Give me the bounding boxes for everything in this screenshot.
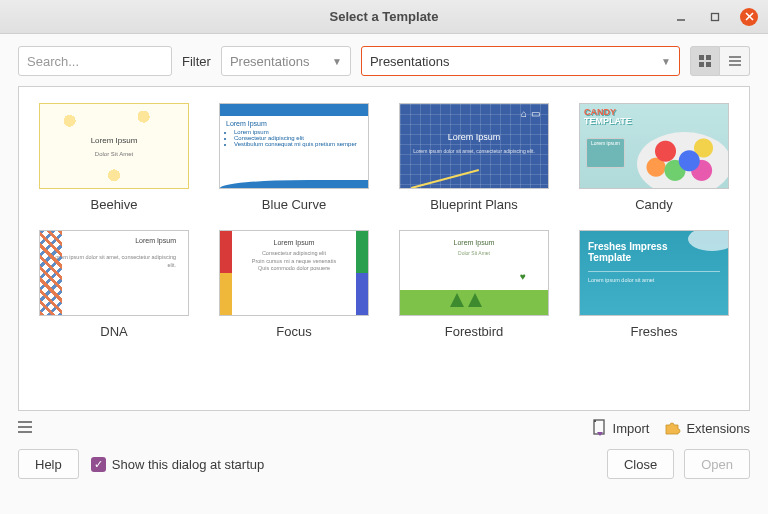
svg-rect-8: [729, 56, 741, 58]
import-icon: [592, 419, 608, 437]
menu-button[interactable]: [18, 419, 38, 437]
template-name: Blueprint Plans: [430, 197, 517, 212]
svg-rect-6: [699, 62, 704, 67]
filter-label: Filter: [182, 54, 211, 69]
window-controls: [672, 8, 758, 26]
hamburger-icon: [18, 421, 32, 433]
template-name: DNA: [100, 324, 127, 339]
thumb-title: Lorem Ipsum: [400, 239, 548, 246]
bird-icon: ♥: [520, 271, 526, 282]
template-card-freshes[interactable]: Freshes Impress Template Lorem ipsum dol…: [571, 230, 737, 339]
cloud-icon: [688, 230, 729, 251]
template-card-candy[interactable]: CANDYTEMPLATE Lorem ipsum Candy: [571, 103, 737, 212]
svg-rect-7: [706, 62, 711, 67]
thumb-title: CANDYTEMPLATE: [584, 108, 632, 126]
template-name: Candy: [635, 197, 673, 212]
import-label: Import: [613, 421, 650, 436]
search-input[interactable]: [18, 46, 172, 76]
thumb-title: Lorem Ipsum: [400, 132, 548, 142]
thumb-title: Lorem Ipsum: [91, 136, 138, 145]
template-thumb: ⌂▭ Lorem Ipsum Lorem ipsum dolor sit ame…: [399, 103, 549, 189]
view-toggle: [690, 46, 750, 76]
open-button[interactable]: Open: [684, 449, 750, 479]
template-card-blueprint[interactable]: ⌂▭ Lorem Ipsum Lorem ipsum dolor sit ame…: [391, 103, 557, 212]
import-button[interactable]: Import: [592, 419, 650, 437]
grid-icon: [698, 54, 712, 68]
thumb-sub: Consectetur adipiscing elit Proin cursus…: [220, 250, 368, 273]
thumb-sub: Dolor Sit Amet: [400, 250, 548, 256]
template-name: Forestbird: [445, 324, 504, 339]
template-name: Beehive: [91, 197, 138, 212]
tree-icon: [450, 293, 464, 307]
thumb-title: Lorem Ipsum: [226, 120, 362, 127]
list-view-button[interactable]: [720, 46, 750, 76]
template-card-forestbird[interactable]: Lorem Ipsum Dolor Sit Amet ♥ Forestbird: [391, 230, 557, 339]
category-combo[interactable]: Presentations ▼: [361, 46, 680, 76]
template-grid: Lorem Ipsum Dolor Sit Amet Beehive Lorem…: [31, 103, 737, 339]
svg-rect-4: [699, 55, 704, 60]
dna-icon: [40, 231, 62, 315]
template-thumb: Lorem Ipsum Lorem ipsum dolor sit amet, …: [39, 230, 189, 316]
template-panel[interactable]: Lorem Ipsum Dolor Sit Amet Beehive Lorem…: [18, 86, 750, 411]
template-thumb: Lorem Ipsum Dolor Sit Amet: [39, 103, 189, 189]
bottom-bar: Help ✓ Show this dialog at startup Close…: [0, 437, 768, 491]
startup-checkbox[interactable]: ✓ Show this dialog at startup: [91, 457, 264, 472]
close-button[interactable]: Close: [607, 449, 674, 479]
maximize-button[interactable]: [706, 8, 724, 26]
close-window-button[interactable]: [740, 8, 758, 26]
template-name: Blue Curve: [262, 197, 326, 212]
action-bar: Import Extensions: [0, 417, 768, 437]
help-button[interactable]: Help: [18, 449, 79, 479]
pencil-icon: [411, 169, 479, 189]
svg-rect-14: [594, 420, 604, 434]
ruler-icon: ▭: [531, 108, 540, 119]
svg-rect-5: [706, 55, 711, 60]
template-card-blue-curve[interactable]: Lorem Ipsum Lorem ipsum Consectetur adip…: [211, 103, 377, 212]
titlebar: Select a Template: [0, 0, 768, 34]
svg-rect-1: [712, 13, 719, 20]
minimize-button[interactable]: [672, 8, 690, 26]
template-name: Freshes: [631, 324, 678, 339]
template-dialog: Select a Template Filter Presentations ▼…: [0, 0, 768, 514]
candy-icon: [637, 132, 729, 189]
category-combo-value: Presentations: [370, 54, 450, 69]
chevron-down-icon: ▼: [332, 56, 342, 67]
extensions-button[interactable]: Extensions: [663, 419, 750, 437]
filter-combo-value: Presentations: [230, 54, 310, 69]
filter-combo[interactable]: Presentations ▼: [221, 46, 351, 76]
thumb-bullet: Vestibulum consequat mi quis pretium sem…: [234, 141, 362, 147]
tree-icon: [468, 293, 482, 307]
puzzle-icon: [663, 419, 681, 437]
extensions-label: Extensions: [686, 421, 750, 436]
thumb-sub: Lorem ipsum dolor sit amet, consectetur …: [400, 148, 548, 154]
template-card-focus[interactable]: Lorem Ipsum Consectetur adipiscing elit …: [211, 230, 377, 339]
template-thumb: CANDYTEMPLATE Lorem ipsum: [579, 103, 729, 189]
toolbar: Filter Presentations ▼ Presentations ▼: [0, 34, 768, 86]
thumb-sub: Lorem ipsum dolor sit amet: [588, 277, 654, 283]
template-thumb: Lorem Ipsum Consectetur adipiscing elit …: [219, 230, 369, 316]
chevron-down-icon: ▼: [661, 56, 671, 67]
thumb-sub: Dolor Sit Amet: [91, 151, 138, 157]
thumb-title: Freshes Impress Template: [588, 241, 668, 263]
thumb-title: Lorem Ipsum: [220, 239, 368, 246]
checkbox-checked-icon: ✓: [91, 457, 106, 472]
thumb-title: Lorem Ipsum: [48, 237, 176, 244]
grid-view-button[interactable]: [690, 46, 720, 76]
template-card-beehive[interactable]: Lorem Ipsum Dolor Sit Amet Beehive: [31, 103, 197, 212]
template-card-dna[interactable]: Lorem Ipsum Lorem ipsum dolor sit amet, …: [31, 230, 197, 339]
svg-rect-10: [729, 64, 741, 66]
template-thumb: Lorem Ipsum Lorem ipsum Consectetur adip…: [219, 103, 369, 189]
list-icon: [728, 54, 742, 68]
startup-checkbox-label: Show this dialog at startup: [112, 457, 264, 472]
thumb-sub: Lorem ipsum dolor sit amet, consectetur …: [48, 254, 176, 269]
template-thumb: Lorem Ipsum Dolor Sit Amet ♥: [399, 230, 549, 316]
thumb-sub: Lorem ipsum: [586, 138, 625, 168]
compass-icon: ⌂: [521, 108, 527, 119]
svg-rect-9: [729, 60, 741, 62]
template-name: Focus: [276, 324, 311, 339]
template-thumb: Freshes Impress Template Lorem ipsum dol…: [579, 230, 729, 316]
window-title: Select a Template: [0, 9, 768, 24]
